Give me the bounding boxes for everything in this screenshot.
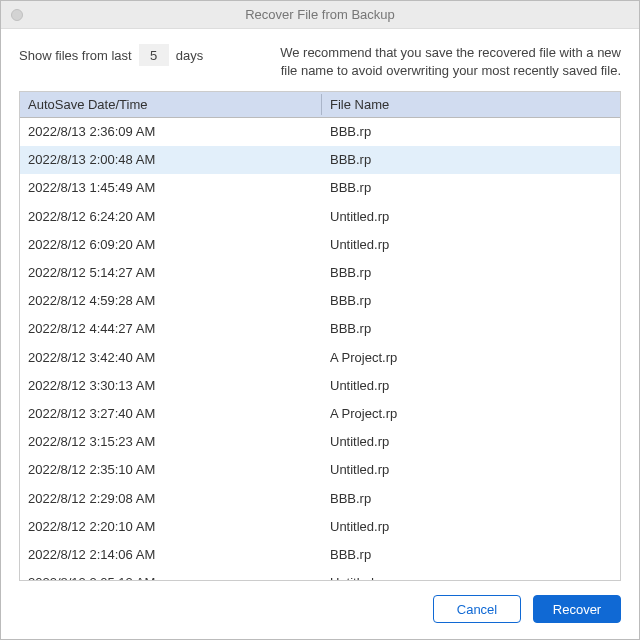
table-header: AutoSave Date/Time File Name — [20, 92, 620, 118]
cell-date: 2022/8/12 4:59:28 AM — [20, 292, 322, 310]
cell-filename: Untitled.rp — [322, 377, 620, 395]
cell-date: 2022/8/12 2:14:06 AM — [20, 546, 322, 564]
controls-row: Show files from last days We recommend t… — [1, 29, 639, 91]
cell-date: 2022/8/12 2:35:10 AM — [20, 461, 322, 479]
col-header-filename[interactable]: File Name — [322, 92, 620, 117]
cell-filename: Untitled.rp — [322, 518, 620, 536]
recover-file-window: Recover File from Backup Show files from… — [0, 0, 640, 640]
cell-date: 2022/8/12 3:30:13 AM — [20, 377, 322, 395]
table-row[interactable]: 2022/8/12 5:14:27 AMBBB.rp — [20, 259, 620, 287]
cell-date: 2022/8/12 5:14:27 AM — [20, 264, 322, 282]
table-row[interactable]: 2022/8/13 2:00:48 AMBBB.rp — [20, 146, 620, 174]
table-row[interactable]: 2022/8/12 2:14:06 AMBBB.rp — [20, 541, 620, 569]
table-row[interactable]: 2022/8/12 4:44:27 AMBBB.rp — [20, 315, 620, 343]
cell-filename: Untitled.rp — [322, 208, 620, 226]
cell-date: 2022/8/13 2:00:48 AM — [20, 151, 322, 169]
cell-filename: A Project.rp — [322, 349, 620, 367]
cell-filename: Untitled.rp — [322, 574, 620, 580]
cell-date: 2022/8/12 2:05:12 AM — [20, 574, 322, 580]
close-icon[interactable] — [11, 9, 23, 21]
recommend-text: We recommend that you save the recovered… — [276, 44, 621, 79]
backup-table: AutoSave Date/Time File Name 2022/8/13 2… — [19, 91, 621, 581]
show-files-filter: Show files from last days — [19, 44, 203, 66]
cell-date: 2022/8/12 3:42:40 AM — [20, 349, 322, 367]
table-row[interactable]: 2022/8/12 2:05:12 AMUntitled.rp — [20, 569, 620, 580]
cell-filename: BBB.rp — [322, 151, 620, 169]
table-body: 2022/8/13 2:36:09 AMBBB.rp2022/8/13 2:00… — [20, 118, 620, 580]
cell-date: 2022/8/12 6:24:20 AM — [20, 208, 322, 226]
recover-button[interactable]: Recover — [533, 595, 621, 623]
cell-date: 2022/8/13 2:36:09 AM — [20, 123, 322, 141]
cell-filename: BBB.rp — [322, 490, 620, 508]
table-row[interactable]: 2022/8/12 3:30:13 AMUntitled.rp — [20, 372, 620, 400]
footer: Cancel Recover — [1, 581, 639, 639]
cell-date: 2022/8/12 2:20:10 AM — [20, 518, 322, 536]
cell-filename: A Project.rp — [322, 405, 620, 423]
cell-date: 2022/8/13 1:45:49 AM — [20, 179, 322, 197]
cell-filename: BBB.rp — [322, 292, 620, 310]
table-row[interactable]: 2022/8/12 4:59:28 AMBBB.rp — [20, 287, 620, 315]
table-row[interactable]: 2022/8/12 6:09:20 AMUntitled.rp — [20, 231, 620, 259]
cell-date: 2022/8/12 2:29:08 AM — [20, 490, 322, 508]
table-row[interactable]: 2022/8/13 1:45:49 AMBBB.rp — [20, 174, 620, 202]
cell-filename: BBB.rp — [322, 320, 620, 338]
table-row[interactable]: 2022/8/12 2:35:10 AMUntitled.rp — [20, 456, 620, 484]
table-row[interactable]: 2022/8/13 2:36:09 AMBBB.rp — [20, 118, 620, 146]
cell-date: 2022/8/12 3:15:23 AM — [20, 433, 322, 451]
table-row[interactable]: 2022/8/12 3:42:40 AMA Project.rp — [20, 344, 620, 372]
titlebar: Recover File from Backup — [1, 1, 639, 29]
cell-filename: Untitled.rp — [322, 461, 620, 479]
cell-date: 2022/8/12 6:09:20 AM — [20, 236, 322, 254]
cell-filename: BBB.rp — [322, 546, 620, 564]
col-header-date[interactable]: AutoSave Date/Time — [20, 92, 322, 117]
window-title: Recover File from Backup — [1, 7, 639, 22]
cell-date: 2022/8/12 4:44:27 AM — [20, 320, 322, 338]
cell-filename: Untitled.rp — [322, 433, 620, 451]
cancel-button[interactable]: Cancel — [433, 595, 521, 623]
cell-filename: BBB.rp — [322, 264, 620, 282]
table-row[interactable]: 2022/8/12 2:20:10 AMUntitled.rp — [20, 513, 620, 541]
cell-filename: BBB.rp — [322, 123, 620, 141]
show-files-suffix: days — [176, 48, 203, 63]
cell-filename: Untitled.rp — [322, 236, 620, 254]
days-input[interactable] — [139, 44, 169, 66]
show-files-prefix: Show files from last — [19, 48, 132, 63]
table-row[interactable]: 2022/8/12 6:24:20 AMUntitled.rp — [20, 203, 620, 231]
cell-date: 2022/8/12 3:27:40 AM — [20, 405, 322, 423]
table-row[interactable]: 2022/8/12 3:27:40 AMA Project.rp — [20, 400, 620, 428]
table-row[interactable]: 2022/8/12 2:29:08 AMBBB.rp — [20, 485, 620, 513]
table-row[interactable]: 2022/8/12 3:15:23 AMUntitled.rp — [20, 428, 620, 456]
cell-filename: BBB.rp — [322, 179, 620, 197]
